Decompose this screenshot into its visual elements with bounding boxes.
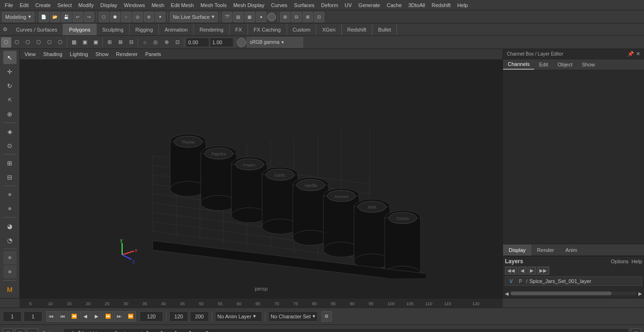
tab-rigging[interactable]: Rigging	[130, 24, 159, 35]
layer-fwd-btn[interactable]: ▶	[528, 267, 536, 275]
tab-rendering[interactable]: Rendering	[194, 24, 230, 35]
grid-btn[interactable]: ⊞	[104, 37, 115, 48]
rotate-field[interactable]: 0.00	[186, 38, 209, 47]
custom-tool1[interactable]: ⊕	[3, 251, 17, 264]
layer-end-btn[interactable]: ▶▶	[537, 267, 549, 275]
tab-curves-surfaces[interactable]: Curves / Surfaces	[10, 24, 63, 35]
paint-tool[interactable]: ◕	[3, 219, 17, 233]
menu-deform[interactable]: Deform	[318, 1, 341, 9]
layout-btn2[interactable]: ⊟	[291, 12, 302, 22]
menu-generate[interactable]: Generate	[355, 1, 383, 9]
prev-frame-btn[interactable]: ◀	[80, 311, 91, 322]
range-end[interactable]: 200	[190, 311, 209, 322]
menu-cache[interactable]: Cache	[384, 1, 405, 9]
layer-name[interactable]: Spice_Jars_Set_001_layer	[529, 278, 640, 284]
menu-editmesh[interactable]: Edit Mesh	[168, 1, 197, 9]
smooth-btn[interactable]: ▣	[80, 37, 90, 48]
snap3-btn[interactable]: ✦	[155, 12, 165, 22]
menu-create[interactable]: Create	[33, 1, 54, 9]
viewport-show-menu[interactable]: Show	[93, 50, 112, 58]
scroll-right[interactable]: ▶	[638, 291, 642, 296]
wireframe-btn[interactable]: ▦	[69, 37, 79, 48]
workspace-dropdown[interactable]: Modeling ▾	[2, 12, 34, 22]
tab-show[interactable]: Show	[577, 60, 600, 69]
scrollbar-track[interactable]	[511, 292, 636, 295]
play-back-btn[interactable]: ⏮	[58, 311, 68, 322]
menu-curves[interactable]: Curves	[268, 1, 290, 9]
menu-meshdisplay[interactable]: Mesh Display	[231, 1, 267, 9]
tab-animation[interactable]: Animation	[159, 24, 194, 35]
viewport-renderer-menu[interactable]: Renderer	[113, 50, 140, 58]
soft-select[interactable]: ◈	[3, 125, 17, 138]
add-vertex[interactable]: ⊕	[3, 188, 17, 201]
transform-btn[interactable]: ⬡	[12, 37, 22, 48]
menu-display[interactable]: Display	[98, 1, 120, 9]
layer-visibility[interactable]: V	[507, 279, 515, 284]
menu-uv[interactable]: UV	[342, 1, 355, 9]
panel-pin-btn[interactable]: 📌	[627, 51, 634, 57]
tab-bullet[interactable]: Bullet	[372, 24, 397, 35]
menu-meshtools[interactable]: Mesh Tools	[198, 1, 229, 9]
scale-btn[interactable]: ⬡	[33, 37, 44, 48]
viewport-view-menu[interactable]: View	[22, 50, 39, 58]
menu-help[interactable]: Help	[454, 1, 471, 9]
select-tool[interactable]: ↖	[3, 51, 17, 64]
snap2-btn[interactable]: ⊕	[144, 12, 154, 22]
render5-btn[interactable]	[267, 13, 276, 21]
color-space-dropdown[interactable]: sRGB gamma ▾	[247, 37, 303, 48]
viewport-lighting-menu[interactable]: Lighting	[67, 50, 91, 58]
menu-select[interactable]: Select	[55, 1, 75, 9]
tab-polygons[interactable]: Polygons	[63, 24, 96, 35]
window-icon2-btn[interactable]: ⊟	[15, 328, 25, 332]
script-editor-btn[interactable]: ⊡	[631, 328, 641, 332]
tab-channels[interactable]: Channels	[503, 59, 534, 70]
paint-btn[interactable]: ○	[121, 12, 132, 22]
footer-tab-render[interactable]: Render	[531, 244, 560, 256]
play-begin-btn[interactable]: ⏮	[46, 311, 57, 322]
tab-xgen[interactable]: XGen	[316, 24, 341, 35]
last-tool[interactable]: ⊙	[3, 139, 17, 152]
command-line[interactable]: makeIdentity -apply true -t 1 -r 1 -s 1 …	[63, 328, 629, 332]
tab-fx-caching[interactable]: FX Caching	[248, 24, 287, 35]
grid2-btn[interactable]: ⊠	[115, 37, 125, 48]
settings-icon[interactable]: ⚙	[0, 24, 10, 36]
open-scene-btn[interactable]: 📂	[50, 12, 60, 22]
tab-custom[interactable]: Custom	[287, 24, 317, 35]
tab-fx[interactable]: FX	[230, 24, 248, 35]
tab-edit[interactable]: Edit	[534, 60, 553, 69]
range-start[interactable]: 120	[169, 311, 188, 322]
paint-weights[interactable]: ◔	[3, 234, 17, 247]
frame-btn[interactable]: ⊡	[172, 37, 182, 48]
tab-sculpting[interactable]: Sculpting	[97, 24, 130, 35]
viewport-panels-menu[interactable]: Panels	[142, 50, 164, 58]
layout-btn4[interactable]: ⊡	[314, 12, 324, 22]
layer-back-btn[interactable]: ◀	[518, 267, 527, 275]
play-btn[interactable]: ▶	[91, 311, 102, 322]
subdiv-btn[interactable]: ▣	[91, 37, 101, 48]
cam-btn[interactable]: ◎	[150, 37, 161, 48]
play-end-btn[interactable]: ⏩	[125, 311, 136, 322]
menu-modify[interactable]: Modify	[75, 1, 96, 9]
select-tool-btn[interactable]: ⬡	[99, 12, 109, 22]
render4-btn[interactable]: ●	[256, 12, 266, 22]
layer-add-btn[interactable]: ◀◀	[505, 267, 517, 275]
snap-btn[interactable]: ◎	[132, 12, 143, 22]
live-surface-dropdown[interactable]: No Live Surface ▾	[170, 12, 218, 22]
scale-tool[interactable]: ⇱	[3, 93, 17, 106]
render3-btn[interactable]: ▦	[245, 12, 255, 22]
select-mode-btn[interactable]: ⬡	[1, 37, 11, 48]
lasso-btn[interactable]: ⬢	[110, 12, 120, 22]
menu-3dtoall[interactable]: 3DtoAll	[405, 1, 428, 9]
char-set-dropdown[interactable]: No Character Set ▾	[268, 311, 318, 322]
symmetry-btn[interactable]: ⊟	[126, 37, 136, 48]
custom-tool2[interactable]: ⊕	[3, 265, 17, 278]
new-scene-btn[interactable]: 📄	[39, 12, 49, 22]
menu-mesh[interactable]: Mesh	[149, 1, 167, 9]
panel-close-btn[interactable]: ✕	[636, 51, 640, 57]
bridge-tool[interactable]: ⊟	[3, 170, 17, 184]
start-frame-field[interactable]: 1	[3, 311, 22, 322]
play-fwd-btn[interactable]: ⏭	[114, 311, 124, 322]
next-frame-btn[interactable]: ⏩	[103, 311, 113, 322]
xray-btn[interactable]: ○	[140, 37, 150, 48]
window-icon3-btn[interactable]: ✕	[27, 328, 38, 332]
